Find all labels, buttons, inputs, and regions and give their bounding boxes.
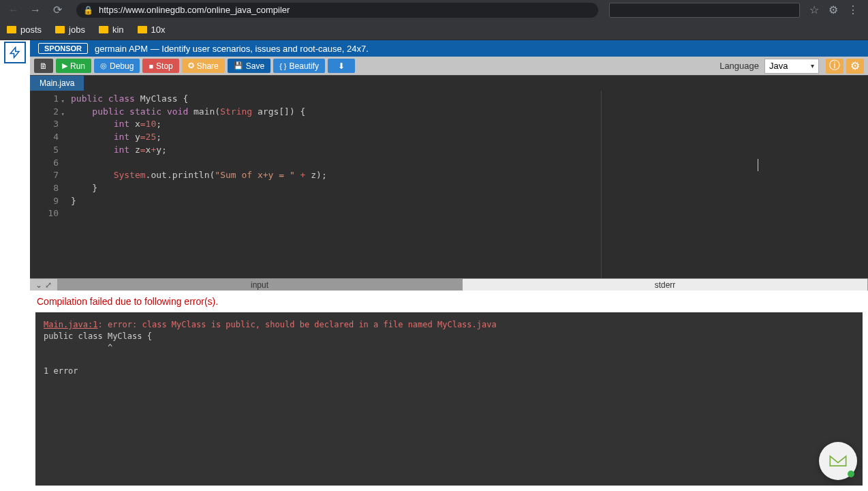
info-button[interactable]: ⓘ: [826, 59, 843, 74]
sponsor-badge: SPONSOR: [38, 43, 88, 54]
save-icon: 💾: [234, 61, 243, 70]
settings-icon[interactable]: ⚙: [828, 3, 838, 16]
status-dot: [848, 471, 854, 477]
search-box[interactable]: [609, 3, 800, 18]
stop-button[interactable]: ■Stop: [142, 59, 179, 73]
browser-nav-bar: ← → ⟳ 🔒 https://www.onlinegdb.com/online…: [0, 0, 868, 20]
left-rail: [0, 40, 30, 491]
stderr-tab[interactable]: stderr: [463, 279, 868, 291]
expand-icon[interactable]: ⤢: [45, 280, 52, 290]
lightning-icon: [9, 46, 21, 59]
folder-icon: [138, 26, 147, 33]
download-icon: ⬇: [338, 61, 345, 71]
chat-widget[interactable]: [819, 442, 857, 480]
back-button[interactable]: ←: [5, 2, 22, 18]
sponsor-bar: SPONSOR germain APM — Identify user scen…: [30, 40, 868, 57]
error-summary: 1 error: [44, 366, 854, 377]
share-icon: ✪: [188, 61, 194, 70]
sponsor-text[interactable]: germain APM — Identify user scenarios, i…: [95, 44, 369, 54]
url-text: https://www.onlinegdb.com/online_java_co…: [99, 5, 591, 15]
language-select[interactable]: Java: [764, 59, 819, 74]
play-icon: ▶: [62, 61, 67, 70]
bookmarks-bar: posts jobs kin 10x: [0, 20, 868, 40]
star-icon[interactable]: ☆: [809, 3, 819, 16]
editor-split[interactable]: [601, 91, 602, 278]
output-panel: Compilation failed due to following erro…: [30, 291, 868, 491]
language-label: Language: [719, 61, 759, 71]
new-file-button[interactable]: 🗎: [34, 59, 53, 73]
file-tab-bar: Main.java: [30, 75, 868, 91]
text-cursor: [758, 159, 758, 171]
reload-button[interactable]: ⟳: [49, 2, 65, 18]
bookmark-kin[interactable]: kin: [99, 25, 124, 35]
error-file-link[interactable]: Main.java:1: [44, 320, 97, 329]
share-button[interactable]: ✪Share: [182, 59, 225, 73]
collapse-icon[interactable]: ⌄: [35, 280, 42, 290]
code-area[interactable]: public class MyClass { public static voi…: [63, 91, 868, 278]
settings-button[interactable]: ⚙: [846, 59, 864, 74]
forward-button[interactable]: →: [27, 2, 44, 18]
file-icon: 🗎: [40, 61, 48, 71]
folder-icon: [7, 26, 16, 33]
debug-button[interactable]: ◎Debug: [94, 59, 140, 73]
menu-icon[interactable]: ⋮: [848, 3, 858, 16]
beautify-button[interactable]: { }Beautify: [273, 59, 325, 73]
error-caret: ^: [44, 342, 854, 354]
code-editor[interactable]: 1▾ 2▾ 345678910 public class MyClass { p…: [30, 91, 868, 278]
console-output[interactable]: Main.java:1: error: class MyClass is pub…: [35, 312, 863, 486]
bookmark-posts[interactable]: posts: [7, 25, 42, 35]
folder-icon: [99, 26, 108, 33]
target-icon: ◎: [100, 61, 107, 70]
toolbar: 🗎 ▶Run ◎Debug ■Stop ✪Share 💾Save { }Beau…: [30, 57, 868, 75]
folder-icon: [55, 26, 65, 33]
gear-icon: ⚙: [850, 59, 860, 72]
info-icon: ⓘ: [829, 59, 840, 73]
url-bar[interactable]: 🔒 https://www.onlinegdb.com/online_java_…: [76, 3, 598, 18]
site-logo[interactable]: [4, 42, 26, 63]
save-button[interactable]: 💾Save: [228, 59, 270, 73]
compilation-error-header: Compilation failed due to following erro…: [30, 291, 868, 312]
download-button[interactable]: ⬇: [328, 59, 355, 73]
braces-icon: { }: [279, 62, 286, 70]
line-gutter: 1▾ 2▾ 345678910: [30, 91, 63, 278]
stop-icon: ■: [149, 62, 153, 70]
run-button[interactable]: ▶Run: [56, 59, 91, 73]
bookmark-jobs[interactable]: jobs: [55, 25, 85, 35]
bookmark-10x[interactable]: 10x: [138, 25, 166, 35]
error-code-line: public class MyClass {: [44, 331, 854, 342]
lock-icon: 🔒: [83, 5, 93, 15]
input-tab[interactable]: input: [57, 279, 463, 291]
panel-controls: ⌄ ⤢ input stderr: [30, 278, 868, 291]
file-tab-main[interactable]: Main.java: [30, 76, 84, 91]
envelope-icon: [828, 451, 848, 471]
